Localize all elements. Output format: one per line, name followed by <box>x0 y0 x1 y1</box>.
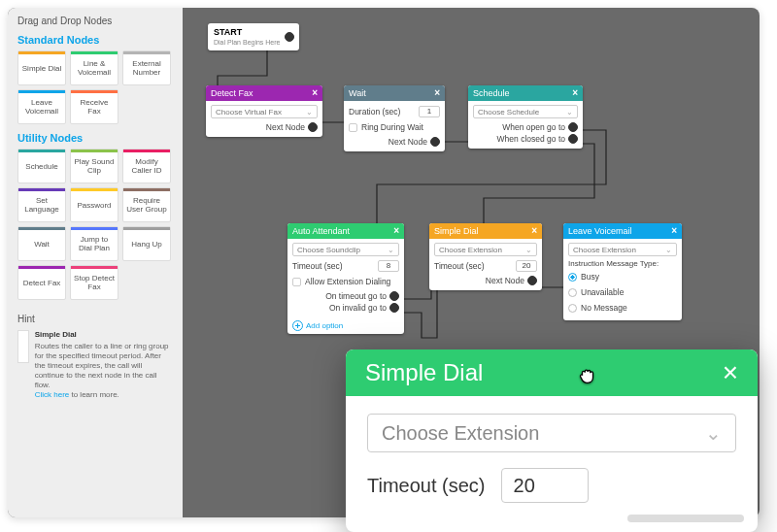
busy-radio[interactable] <box>568 273 577 282</box>
node-header[interactable]: Detect Fax× <box>206 85 322 101</box>
schedule-node[interactable]: Schedule× Choose Schedule⌄ When open go … <box>468 85 583 149</box>
start-title: START <box>214 27 280 37</box>
ring-checkbox[interactable] <box>349 123 357 132</box>
soundclip-select[interactable]: Choose Soundclip⌄ <box>292 243 399 256</box>
close-icon[interactable]: × <box>531 223 537 239</box>
scrollbar[interactable] <box>627 515 744 522</box>
virtual-fax-select[interactable]: Choose Virtual Fax⌄ <box>211 105 318 118</box>
palette-node[interactable]: Modify Caller ID <box>122 149 171 183</box>
next-node-port[interactable]: Next Node <box>211 121 318 133</box>
close-icon[interactable]: × <box>393 223 399 239</box>
palette-node[interactable]: Play Sound Clip <box>70 149 118 183</box>
node-header[interactable]: Simple Dial× <box>429 223 542 239</box>
node-palette-sidebar: Drag and Drop Nodes Standard Nodes Simpl… <box>8 8 183 517</box>
hint-title: Simple Dial <box>35 330 173 340</box>
start-subtitle: Dial Plan Begins Here <box>214 39 280 46</box>
palette-node[interactable]: Password <box>70 187 118 222</box>
next-node-port[interactable]: Next Node <box>349 136 440 148</box>
palette-node[interactable]: Detect Fax <box>17 265 66 300</box>
palette-node[interactable]: Leave Voicemail <box>17 89 66 124</box>
standard-nodes-heading: Standard Nodes <box>17 34 173 46</box>
closed-port[interactable]: When closed go to <box>473 133 578 145</box>
palette-node[interactable]: Jump to Dial Plan <box>70 226 118 261</box>
timeout-input[interactable]: 20 <box>516 260 537 272</box>
hint-after: to learn more. <box>69 390 119 399</box>
leave-voicemail-node[interactable]: Leave Voicemail× Choose Extension⌄ Instr… <box>563 223 682 320</box>
popup-header[interactable]: Simple Dial × <box>346 349 758 396</box>
hint-text: Simple Dial Routes the caller to a line … <box>35 330 173 400</box>
instruction-label: Instruction Message Type: <box>568 259 677 268</box>
palette-node[interactable]: Stop Detect Fax <box>70 265 118 300</box>
standard-nodes-palette: Simple DialLine & VoicemailExternal Numb… <box>17 50 173 124</box>
no-message-radio[interactable] <box>568 304 577 313</box>
hint-link[interactable]: Click here <box>35 390 70 399</box>
extension-select[interactable]: Choose Extension ⌄ <box>367 414 736 452</box>
chevron-down-icon: ⌄ <box>665 246 672 254</box>
chevron-down-icon: ⌄ <box>306 108 313 116</box>
duration-label: Duration (sec) <box>349 107 415 116</box>
node-header[interactable]: Wait× <box>344 85 445 101</box>
utility-nodes-palette: SchedulePlay Sound ClipModify Caller IDS… <box>17 149 173 300</box>
simple-dial-node[interactable]: Simple Dial× Choose Extension⌄ Timeout (… <box>429 223 542 290</box>
simple-dial-popup[interactable]: Simple Dial × Choose Extension ⌄ Timeout… <box>346 349 758 532</box>
palette-node[interactable]: Line & Voicemail <box>70 50 118 85</box>
chevron-down-icon: ⌄ <box>566 108 573 116</box>
extension-select[interactable]: Choose Extension⌄ <box>568 243 677 256</box>
unavailable-radio[interactable] <box>568 288 577 297</box>
timeout-input[interactable] <box>501 468 589 503</box>
chevron-down-icon: ⌄ <box>705 421 722 445</box>
palette-node[interactable]: Wait <box>17 226 66 261</box>
palette-node[interactable]: Hang Up <box>122 226 171 261</box>
on-timeout-port[interactable]: On timeout go to <box>292 290 399 302</box>
utility-nodes-heading: Utility Nodes <box>17 132 173 144</box>
hint-thumbnail <box>17 330 29 363</box>
close-icon[interactable]: × <box>723 357 738 388</box>
hint-body: Routes the caller to a line or ring grou… <box>35 342 169 389</box>
timeout-label: Timeout (sec) <box>292 261 374 271</box>
timeout-label: Timeout (sec) <box>434 261 512 271</box>
palette-node[interactable]: Schedule <box>17 149 66 183</box>
close-icon[interactable]: × <box>312 85 318 101</box>
sidebar-title: Drag and Drop Nodes <box>17 16 173 26</box>
add-option-button[interactable]: Add option <box>287 317 404 334</box>
chevron-down-icon: ⌄ <box>525 246 532 254</box>
node-header[interactable]: Leave Voicemail× <box>563 223 682 239</box>
popup-title: Simple Dial <box>365 359 483 386</box>
close-icon[interactable]: × <box>434 85 440 101</box>
wait-node[interactable]: Wait× Duration (sec)1 Ring During Wait N… <box>344 85 445 151</box>
timeout-input[interactable]: 8 <box>378 260 399 272</box>
palette-node[interactable]: Receive Fax <box>70 89 118 124</box>
schedule-select[interactable]: Choose Schedule⌄ <box>473 105 578 118</box>
palette-node[interactable]: Simple Dial <box>17 50 66 85</box>
duration-input[interactable]: 1 <box>419 106 440 117</box>
palette-node[interactable]: External Number <box>122 50 171 85</box>
close-icon[interactable]: × <box>671 223 677 239</box>
node-header[interactable]: Schedule× <box>468 85 583 101</box>
start-node[interactable]: START Dial Plan Begins Here <box>208 23 299 50</box>
open-port[interactable]: When open go to <box>473 121 578 133</box>
extension-select[interactable]: Choose Extension⌄ <box>434 243 537 256</box>
node-header[interactable]: Auto Attendant× <box>287 223 404 239</box>
close-icon[interactable]: × <box>572 85 578 101</box>
detect-fax-node[interactable]: Detect Fax× Choose Virtual Fax⌄ Next Nod… <box>206 85 322 137</box>
hint-section: Hint Simple Dial Routes the caller to a … <box>17 314 173 400</box>
next-node-port[interactable]: Next Node <box>434 275 537 286</box>
auto-attendant-node[interactable]: Auto Attendant× Choose Soundclip⌄ Timeou… <box>287 223 404 334</box>
on-invalid-port[interactable]: On invalid go to <box>292 302 399 314</box>
palette-node[interactable]: Set Language <box>17 187 66 222</box>
allow-ext-checkbox[interactable] <box>292 278 301 286</box>
chevron-down-icon: ⌄ <box>388 246 394 254</box>
palette-node[interactable]: Require User Group <box>122 187 171 222</box>
timeout-label: Timeout (sec) <box>367 475 486 497</box>
hint-heading: Hint <box>17 314 173 324</box>
